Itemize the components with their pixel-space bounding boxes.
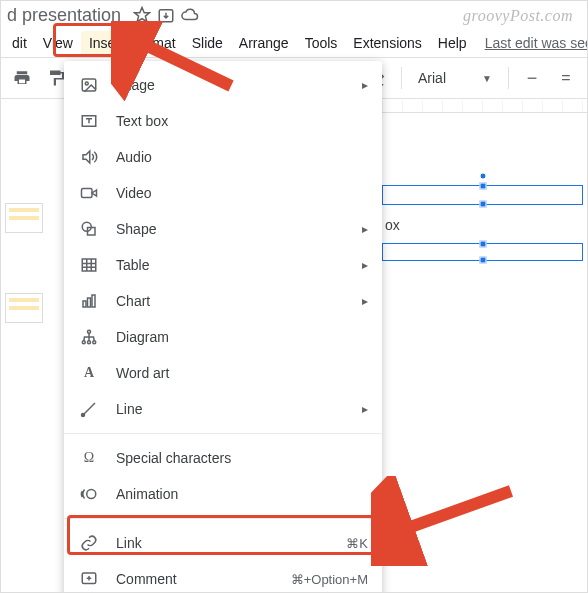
menu-format[interactable]: ormat <box>132 31 184 55</box>
menu-label: Comment <box>116 571 283 587</box>
star-icon[interactable] <box>131 4 153 26</box>
selected-textbox[interactable] <box>382 185 583 205</box>
menu-separator <box>64 433 382 434</box>
print-button[interactable] <box>9 65 35 91</box>
chevron-right-icon: ▸ <box>362 258 368 272</box>
svg-point-14 <box>88 341 91 344</box>
menu-extensions[interactable]: Extensions <box>345 31 429 55</box>
svg-marker-0 <box>135 8 150 22</box>
menu-item-diagram[interactable]: Diagram <box>64 319 382 355</box>
cloud-icon[interactable] <box>179 4 201 26</box>
menu-label: Image <box>116 77 354 93</box>
menu-arrange[interactable]: Arrange <box>231 31 297 55</box>
ruler <box>382 101 587 113</box>
image-icon <box>78 74 100 96</box>
svg-rect-5 <box>82 189 93 198</box>
table-icon <box>78 254 100 276</box>
svg-point-3 <box>85 82 88 85</box>
menu-item-comment[interactable]: Comment ⌘+Option+M <box>64 561 382 593</box>
menu-item-video[interactable]: Video <box>64 175 382 211</box>
menu-item-image[interactable]: Image ▸ <box>64 67 382 103</box>
doc-title[interactable]: d presentation <box>7 5 121 26</box>
chart-icon <box>78 290 100 312</box>
menu-item-chart[interactable]: Chart ▸ <box>64 283 382 319</box>
menu-view[interactable]: View <box>35 31 81 55</box>
svg-point-15 <box>93 341 96 344</box>
omega-icon: Ω <box>78 447 100 469</box>
shortcut: ⌘+Option+M <box>291 572 368 587</box>
selected-textbox[interactable] <box>382 243 583 261</box>
link-icon <box>78 532 100 554</box>
last-edit-link[interactable]: Last edit was sec <box>485 35 588 51</box>
menu-label: Audio <box>116 149 368 165</box>
menu-label: Line <box>116 401 354 417</box>
menu-item-textbox[interactable]: Text box <box>64 103 382 139</box>
menu-item-wordart[interactable]: A Word art <box>64 355 382 391</box>
menu-label: Video <box>116 185 368 201</box>
font-select[interactable]: Arial ▼ <box>412 64 498 92</box>
svg-rect-10 <box>88 298 91 307</box>
audio-icon <box>78 146 100 168</box>
menu-help[interactable]: Help <box>430 31 475 55</box>
menu-slide[interactable]: Slide <box>184 31 231 55</box>
menu-item-link[interactable]: Link ⌘K <box>64 525 382 561</box>
size-eq: = <box>553 65 579 91</box>
menu-label: Diagram <box>116 329 368 345</box>
menu-separator <box>64 518 382 519</box>
wordart-icon: A <box>78 362 100 384</box>
menu-label: Special characters <box>116 450 368 466</box>
svg-point-16 <box>82 414 85 417</box>
decrease-button[interactable]: − <box>519 65 545 91</box>
textbox-icon <box>78 110 100 132</box>
move-icon[interactable] <box>155 4 177 26</box>
menu-label: Table <box>116 257 354 273</box>
menu-label: Text box <box>116 113 368 129</box>
motion-icon <box>78 483 100 505</box>
line-icon <box>78 398 100 420</box>
toolbar-separator <box>401 67 402 89</box>
svg-rect-2 <box>82 79 96 91</box>
menu-label: Animation <box>116 486 368 502</box>
svg-rect-8 <box>82 259 96 271</box>
placeholder-text: ox <box>385 217 400 233</box>
comment-icon <box>78 568 100 590</box>
chevron-right-icon: ▸ <box>362 294 368 308</box>
shape-icon <box>78 218 100 240</box>
svg-rect-9 <box>83 301 86 307</box>
menu-item-shape[interactable]: Shape ▸ <box>64 211 382 247</box>
font-name: Arial <box>418 70 446 86</box>
video-icon <box>78 182 100 204</box>
watermark-text: groovyPost.com <box>463 7 573 25</box>
menu-label: Shape <box>116 221 354 237</box>
slide-thumbnail[interactable] <box>5 203 43 233</box>
svg-point-12 <box>88 330 91 333</box>
menu-item-line[interactable]: Line ▸ <box>64 391 382 427</box>
menu-label: Word art <box>116 365 368 381</box>
menu-item-animation[interactable]: Animation <box>64 476 382 512</box>
slide-thumbnail[interactable] <box>5 293 43 323</box>
svg-point-17 <box>87 490 96 499</box>
chevron-right-icon: ▸ <box>362 402 368 416</box>
menu-edit[interactable]: dit <box>4 31 35 55</box>
insert-menu-dropdown: Image ▸ Text box Audio Video Shape ▸ Tab… <box>64 61 382 593</box>
menu-item-table[interactable]: Table ▸ <box>64 247 382 283</box>
menu-label: Link <box>116 535 338 551</box>
menu-item-special-chars[interactable]: Ω Special characters <box>64 440 382 476</box>
svg-rect-11 <box>92 295 95 307</box>
menu-insert[interactable]: Insert <box>81 31 132 55</box>
toolbar-separator <box>508 67 509 89</box>
menu-item-audio[interactable]: Audio <box>64 139 382 175</box>
menu-tools[interactable]: Tools <box>297 31 346 55</box>
chevron-right-icon: ▸ <box>362 222 368 236</box>
diagram-icon <box>78 326 100 348</box>
shortcut: ⌘K <box>346 536 368 551</box>
menubar: dit View Insert ormat Slide Arrange Tool… <box>1 29 587 57</box>
menu-label: Chart <box>116 293 354 309</box>
chevron-right-icon: ▸ <box>362 78 368 92</box>
chevron-down-icon: ▼ <box>482 73 492 84</box>
svg-point-13 <box>82 341 85 344</box>
